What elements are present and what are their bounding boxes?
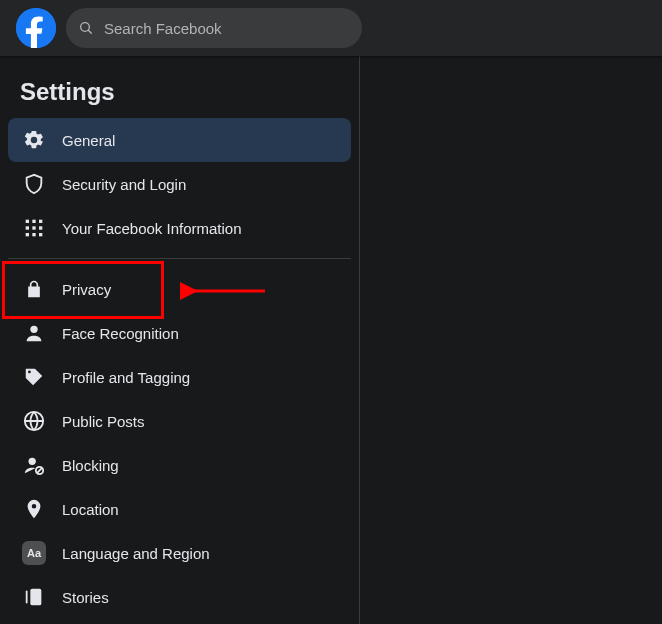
sidebar-item-label: Security and Login <box>62 176 186 193</box>
search-input[interactable] <box>102 19 350 38</box>
svg-rect-3 <box>26 220 29 223</box>
facebook-icon <box>16 8 56 48</box>
shield-icon <box>16 166 52 202</box>
search-bar[interactable] <box>66 8 362 48</box>
stories-icon <box>16 579 52 615</box>
svg-point-14 <box>29 458 36 465</box>
divider <box>8 258 351 259</box>
sidebar-item-label: Stories <box>62 589 109 606</box>
sidebar-item-label: Face Recognition <box>62 325 179 342</box>
sidebar-item-privacy[interactable]: Privacy <box>8 267 351 311</box>
globe-icon <box>16 403 52 439</box>
svg-rect-9 <box>26 233 29 236</box>
facebook-logo[interactable] <box>16 8 56 48</box>
settings-sidebar: Settings General Security and Login <box>0 56 360 624</box>
language-icon: Aa <box>16 535 52 571</box>
sidebar-item-stories[interactable]: Stories <box>8 575 351 619</box>
svg-rect-4 <box>32 220 35 223</box>
svg-rect-17 <box>30 589 41 606</box>
sidebar-item-label: Public Posts <box>62 413 145 430</box>
page-title: Settings <box>8 64 351 118</box>
svg-line-2 <box>88 30 91 33</box>
svg-rect-5 <box>39 220 42 223</box>
svg-rect-10 <box>32 233 35 236</box>
location-icon <box>16 491 52 527</box>
sidebar-item-label: Profile and Tagging <box>62 369 190 386</box>
settings-nav-group-1: General Security and Login <box>8 118 351 250</box>
grid-icon <box>16 210 52 246</box>
sidebar-item-blocking[interactable]: Blocking <box>8 443 351 487</box>
top-bar <box>0 0 662 56</box>
sidebar-item-face-recognition[interactable]: Face Recognition <box>8 311 351 355</box>
block-icon <box>16 447 52 483</box>
sidebar-item-location[interactable]: Location <box>8 487 351 531</box>
aa-badge: Aa <box>22 541 46 565</box>
tag-icon <box>16 359 52 395</box>
sidebar-item-language-region[interactable]: Aa Language and Region <box>8 531 351 575</box>
sidebar-item-label: Privacy <box>62 281 111 298</box>
sidebar-item-general[interactable]: General <box>8 118 351 162</box>
face-icon <box>16 315 52 351</box>
svg-rect-7 <box>32 226 35 229</box>
svg-rect-11 <box>39 233 42 236</box>
sidebar-item-security-login[interactable]: Security and Login <box>8 162 351 206</box>
sidebar-item-label: Location <box>62 501 119 518</box>
gear-icon <box>16 122 52 158</box>
svg-point-12 <box>30 326 37 333</box>
sidebar-item-profile-tagging[interactable]: Profile and Tagging <box>8 355 351 399</box>
main-content <box>360 56 662 624</box>
search-icon <box>78 20 94 36</box>
sidebar-item-label: Blocking <box>62 457 119 474</box>
sidebar-item-label: Your Facebook Information <box>62 220 242 237</box>
settings-nav-group-2: Privacy Face Recognition Profile an <box>8 267 351 619</box>
sidebar-item-label: General <box>62 132 115 149</box>
lock-icon <box>16 271 52 307</box>
sidebar-item-label: Language and Region <box>62 545 210 562</box>
sidebar-item-public-posts[interactable]: Public Posts <box>8 399 351 443</box>
sidebar-item-facebook-information[interactable]: Your Facebook Information <box>8 206 351 250</box>
svg-rect-8 <box>39 226 42 229</box>
svg-rect-6 <box>26 226 29 229</box>
svg-line-16 <box>37 468 42 473</box>
